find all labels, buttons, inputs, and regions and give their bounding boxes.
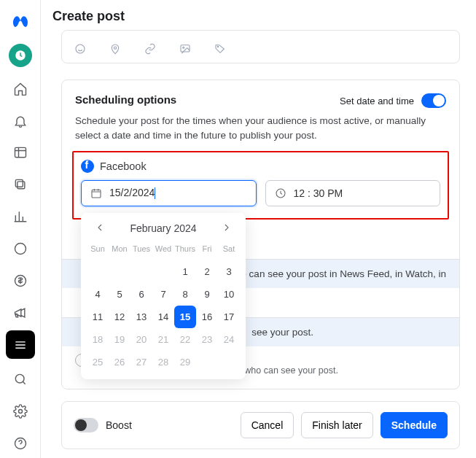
calendar-day[interactable]: 24 — [218, 328, 240, 351]
svg-point-13 — [217, 46, 218, 47]
calendar-day[interactable]: 20 — [130, 328, 152, 351]
cancel-button[interactable]: Cancel — [241, 412, 294, 438]
calendar-day[interactable]: 6 — [130, 283, 152, 306]
date-value: 15/2/2024 — [109, 187, 155, 199]
next-month-button[interactable] — [218, 222, 235, 236]
scheduling-title: Scheduling options — [75, 93, 176, 106]
weekday-header: Tues — [130, 241, 152, 260]
facebook-icon — [81, 160, 94, 173]
calendar-day[interactable]: 18 — [87, 328, 109, 351]
scheduling-card: Scheduling options Set date and time Sch… — [61, 79, 460, 389]
schedule-button[interactable]: Schedule — [381, 412, 448, 438]
settings-icon[interactable] — [6, 397, 35, 426]
calendar-day[interactable]: 11 — [87, 306, 109, 328]
svg-point-4 — [15, 243, 26, 254]
svg-point-7 — [18, 410, 22, 414]
footer-bar: Boost Cancel Finish later Schedule — [61, 401, 460, 449]
date-input[interactable]: 15/2/2024 February 2024 — [81, 180, 257, 206]
svg-point-10 — [114, 47, 116, 49]
calendar-day[interactable]: 19 — [109, 328, 130, 351]
grid-icon[interactable] — [6, 138, 35, 167]
copy-icon[interactable] — [6, 170, 35, 199]
weekday-header: Sun — [87, 241, 109, 260]
calendar-day[interactable]: 8 — [174, 283, 196, 306]
weekday-header: Fri — [196, 241, 218, 260]
svg-point-6 — [15, 375, 24, 384]
page-title: Create post — [52, 9, 464, 24]
help-icon[interactable] — [6, 429, 35, 458]
svg-rect-1 — [15, 148, 26, 158]
page-header: Create post — [41, 0, 476, 30]
calendar-day[interactable]: 12 — [109, 306, 130, 328]
calendar-day[interactable]: 15 — [174, 306, 196, 328]
emoji-icon[interactable] — [74, 42, 87, 55]
svg-rect-3 — [15, 180, 23, 187]
date-picker-popover: February 2024 SunMonTuesWedThursFriSat..… — [81, 213, 246, 379]
calendar-day[interactable]: 14 — [152, 306, 174, 328]
bell-icon[interactable] — [6, 106, 35, 136]
boost-label: Boost — [106, 419, 132, 431]
calendar-day[interactable]: 28 — [152, 351, 174, 373]
ads-icon[interactable] — [6, 298, 35, 327]
svg-rect-2 — [17, 182, 24, 189]
weekday-header: Wed — [152, 241, 174, 260]
weekday-header: Mon — [109, 241, 130, 260]
link-icon[interactable] — [144, 42, 157, 55]
scheduling-description: Schedule your post for the times when yo… — [75, 114, 446, 144]
calendar-day[interactable]: 5 — [109, 283, 130, 306]
calendar-day[interactable]: 25 — [87, 351, 109, 373]
meta-logo-icon[interactable] — [6, 7, 35, 36]
svg-rect-14 — [92, 190, 101, 198]
calendar-month-label: February 2024 — [130, 222, 196, 234]
calendar-day[interactable]: 2 — [196, 260, 218, 283]
all-tools-icon[interactable] — [6, 330, 35, 360]
toggle-label: Set date and time — [340, 96, 414, 106]
monetization-icon[interactable] — [6, 266, 35, 295]
boost-toggle[interactable] — [74, 418, 98, 432]
calendar-day[interactable]: 10 — [218, 283, 240, 306]
calendar-day[interactable]: 13 — [130, 306, 152, 328]
calendar-day[interactable]: 1 — [174, 260, 196, 283]
planner-icon[interactable] — [9, 44, 32, 67]
location-icon[interactable] — [109, 42, 122, 55]
time-input[interactable]: 12 : 30 PM — [265, 180, 441, 206]
calendar-day[interactable]: 17 — [218, 306, 240, 328]
inbox-icon[interactable] — [6, 234, 35, 263]
calendar-day[interactable]: 7 — [152, 283, 174, 306]
svg-point-12 — [183, 47, 184, 48]
weekday-header: Thurs — [174, 241, 196, 260]
content-scroll[interactable]: Scheduling options Set date and time Sch… — [41, 30, 476, 458]
side-nav — [0, 0, 41, 458]
calendar-day[interactable]: 16 — [196, 306, 218, 328]
calendar-day[interactable]: 3 — [218, 260, 240, 283]
calendar-day[interactable]: 29 — [174, 351, 196, 373]
highlight-box: Facebook 15/2/2024 Februar — [72, 151, 449, 220]
weekday-header: Sat — [218, 241, 240, 260]
tag-icon[interactable] — [214, 42, 227, 55]
calendar-day[interactable]: 9 — [196, 283, 218, 306]
calendar-day[interactable]: 23 — [196, 328, 218, 351]
image-icon[interactable] — [179, 42, 192, 55]
calendar-day[interactable]: 4 — [87, 283, 109, 306]
clock-icon — [275, 187, 286, 199]
schedule-toggle[interactable] — [421, 93, 446, 108]
calendar-icon — [90, 187, 102, 199]
search-icon[interactable] — [6, 365, 35, 394]
svg-point-9 — [76, 44, 85, 53]
time-value: 12 : 30 PM — [294, 187, 343, 199]
calendar-day[interactable]: 21 — [152, 328, 174, 351]
composer-toolbar — [61, 30, 460, 63]
home-icon[interactable] — [6, 74, 35, 104]
finish-later-button[interactable]: Finish later — [301, 412, 372, 438]
calendar-day[interactable]: 27 — [130, 351, 152, 373]
prev-month-button[interactable] — [91, 222, 109, 236]
svg-rect-11 — [181, 45, 190, 52]
calendar-day[interactable]: 22 — [174, 328, 196, 351]
platform-label: Facebook — [100, 160, 147, 172]
calendar-day[interactable]: 26 — [109, 351, 130, 373]
insights-icon[interactable] — [6, 202, 35, 231]
